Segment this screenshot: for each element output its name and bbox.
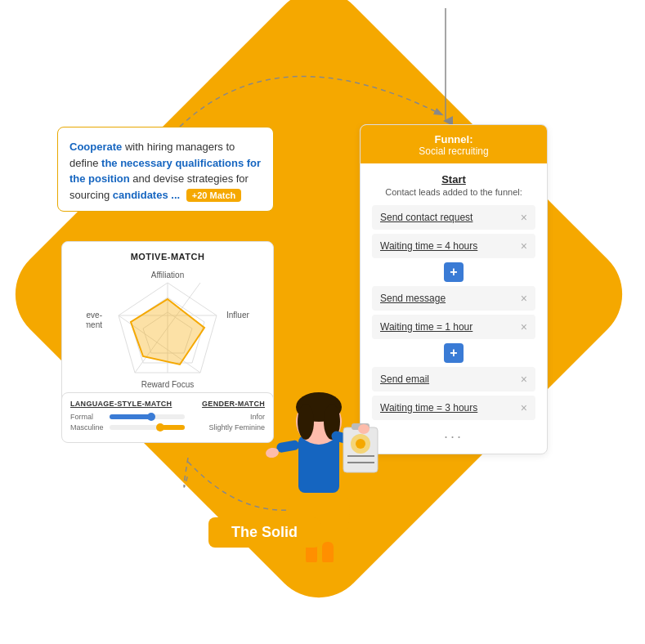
row-2-close[interactable]: × [521,239,527,253]
row-5-text: Send email [380,373,429,385]
plus-btn-1[interactable]: + [444,262,464,282]
gender-bar-row: Masculine Slightly Feminine [70,423,265,432]
funnel-row-4[interactable]: Waiting time = 1 hour × [372,315,535,339]
svg-text:Reward Focus: Reward Focus [141,380,194,389]
gender-bar-fill [162,425,185,430]
svg-rect-19 [275,440,300,454]
job-card: Cooperate with hiring managers to define… [57,127,274,212]
plus-btn-2[interactable]: + [444,343,464,363]
funnel-add-btn-1[interactable]: + [372,262,535,282]
svg-text:ment: ment [86,320,102,329]
row-2-text: Waiting time = 4 hours [380,240,477,252]
funnel-row-5[interactable]: Send email × [372,367,535,391]
svg-marker-7 [131,299,204,364]
row-1-close[interactable]: × [521,211,527,224]
start-title: Start [372,173,535,186]
start-sub: Contact leads added to the funnel: [372,187,535,197]
svg-point-17 [298,404,314,440]
funnel-row-6[interactable]: Waiting time = 3 hours × [372,396,535,420]
funnel-row-1[interactable]: Send contact request × [372,205,535,230]
formal-label: Formal [70,413,105,421]
svg-rect-30 [322,542,334,562]
row-3-close[interactable]: × [521,292,527,305]
svg-text:Affiliation: Affiliation [151,271,184,280]
funnel-start: Start Contact leads added to the funnel: [372,173,535,197]
scene: Cooperate with hiring managers to define… [0,0,645,644]
cooperate-text: Cooperate [69,141,122,153]
funnel-dots: ... [372,425,535,445]
language-bar-fill [110,414,151,419]
row-6-close[interactable]: × [521,401,527,414]
gender-bar-track [110,425,185,430]
svg-text:Influence: Influence [226,311,249,320]
solid-badge: The Solid [208,517,320,548]
candidates-text: candidates ... [113,189,180,201]
funnel-body: Start Contact leads added to the funnel:… [361,163,547,454]
language-bar-track [110,414,185,419]
match-badge: +20 Match [186,189,242,202]
row-1-text: Send contact request [380,212,473,223]
row-3-text: Send message [380,293,446,304]
language-marker [147,413,155,421]
svg-point-28 [358,424,370,434]
match-bars-header: LANGUAGE-STYLE-MATCH GENDER-MATCH [70,400,265,408]
funnel-card: Funnel: Social recruiting Start Contact … [360,124,548,454]
row-4-text: Waiting time = 1 hour [380,321,473,333]
row-5-close[interactable]: × [521,373,527,386]
match-bars-card: LANGUAGE-STYLE-MATCH GENDER-MATCH Formal… [61,392,274,443]
funnel-header: Funnel: Social recruiting [361,125,547,163]
language-match-label: LANGUAGE-STYLE-MATCH [70,400,172,408]
gender-marker [156,423,164,432]
funnel-add-btn-2[interactable]: + [372,343,535,363]
funnel-title: Funnel: [367,133,540,145]
row-6-text: Waiting time = 3 hours [380,402,477,414]
radar-chart: Affiliation Influence Achieve- ment Rewa… [86,266,249,401]
radar-container: Affiliation Influence Achieve- ment Rewa… [70,266,265,401]
motive-card: MOTIVE-MATCH Affiliation Influence Achie… [61,241,274,410]
motive-title: MOTIVE-MATCH [70,252,265,262]
row-4-close[interactable]: × [521,320,527,333]
masculine-label: Masculine [70,423,105,432]
funnel-row-3[interactable]: Send message × [372,286,535,311]
language-bar-row: Formal Infor [70,413,265,421]
funnel-subtitle: Social recruiting [367,145,540,157]
funnel-row-2[interactable]: Waiting time = 4 hours × [372,234,535,258]
svg-point-24 [356,439,365,449]
svg-text:Achieve-: Achieve- [86,311,102,320]
